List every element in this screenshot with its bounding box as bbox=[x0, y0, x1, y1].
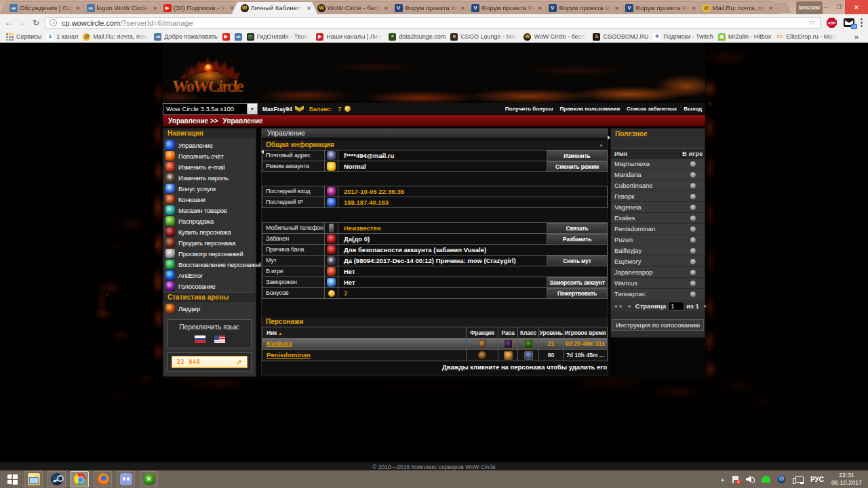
tab-close-icon[interactable]: ✕ bbox=[75, 5, 81, 12]
tab-close-icon[interactable]: ✕ bbox=[690, 5, 697, 12]
bookmarks-overflow-icon[interactable]: » bbox=[854, 33, 864, 41]
browser-tab-6[interactable]: VФорум проекта Wo✕ bbox=[387, 1, 470, 14]
nav-item-view-chars[interactable]: Просмотр персонажей bbox=[163, 248, 256, 259]
characters-section-header[interactable]: Персонажи bbox=[262, 317, 608, 327]
bookmark-item-11[interactable]: WWoW Circle - беспл bbox=[521, 32, 590, 41]
column-class[interactable]: Класс bbox=[518, 327, 539, 338]
phone-action-button[interactable]: Связать bbox=[547, 223, 607, 233]
useful-row[interactable]: Геворк bbox=[611, 191, 705, 202]
browser-tab-4[interactable]: WЛичный Кабинет: lo✕ bbox=[233, 1, 316, 14]
nav-item-stables[interactable]: Конюшни bbox=[163, 194, 256, 205]
taskbar-firefox-button[interactable] bbox=[94, 471, 112, 487]
character-row[interactable]: Kuskara210d 2h 48m 31s bbox=[262, 338, 608, 350]
useful-row[interactable]: Puzen bbox=[611, 235, 705, 245]
nav-item-bonus[interactable]: Бонус услуги bbox=[163, 183, 256, 194]
volume-icon[interactable] bbox=[746, 476, 755, 483]
mail-extension-icon[interactable]: off bbox=[844, 18, 854, 27]
useful-row[interactable]: Waricus bbox=[611, 278, 705, 289]
bookmark-item-13[interactable]: ❖Подписки - Twitch bbox=[651, 32, 715, 41]
tab-close-icon[interactable]: ✕ bbox=[614, 5, 620, 12]
frozen-action-button[interactable]: Заморозить аккаунт bbox=[547, 277, 607, 287]
tab-close-icon[interactable]: ✕ bbox=[306, 5, 313, 12]
visit-counter-banner[interactable]: 22 948 ↗ bbox=[172, 356, 248, 368]
nav-item-email[interactable]: Изменить e-mail bbox=[163, 161, 256, 172]
forward-button-icon[interactable]: → bbox=[16, 17, 28, 29]
browser-menu-icon[interactable] bbox=[861, 18, 863, 27]
ban-action-button[interactable]: Разбанить bbox=[547, 234, 607, 244]
column-online[interactable]: В игре bbox=[680, 149, 705, 158]
nav-item-ladder[interactable]: Ладдер bbox=[163, 303, 256, 314]
window-close-button[interactable]: ✕ bbox=[845, 0, 868, 14]
panel-collapse-handle[interactable] bbox=[261, 150, 264, 154]
window-minimize-button[interactable]: – bbox=[819, 0, 833, 14]
bookmark-item-6[interactable]: vk bbox=[233, 32, 244, 41]
bookmark-item-7[interactable]: ▤ГидОнлайн - Твой г bbox=[245, 32, 313, 41]
start-button[interactable] bbox=[0, 470, 24, 488]
nav-item-refill[interactable]: Пополнить счёт bbox=[163, 150, 256, 161]
bookmark-item-15[interactable]: EDEliteDrop.ru - Мага bbox=[774, 32, 840, 41]
nav-item-password[interactable]: Изменить пароль bbox=[163, 172, 256, 183]
browser-tab-1[interactable]: vkОбсуждения | Офи✕ bbox=[2, 1, 85, 14]
bookmark-item-1[interactable]: Сервисы bbox=[4, 32, 43, 41]
tab-close-icon[interactable]: ✕ bbox=[382, 5, 389, 12]
collapse-section-icon[interactable]: ▲ bbox=[599, 140, 604, 150]
browser-tab-5[interactable]: WWoW Circle - беспл✕ bbox=[310, 1, 393, 14]
nav-item-sale[interactable]: Распродажа bbox=[163, 216, 256, 226]
first-page-icon[interactable]: ◄◄ bbox=[613, 304, 623, 308]
useful-row[interactable]: Ещёмогу bbox=[611, 256, 705, 267]
rules-link[interactable]: Правила пользования bbox=[560, 106, 620, 112]
window-restore-button[interactable]: ❐ bbox=[833, 0, 845, 14]
useful-row[interactable]: Cubertinsane bbox=[611, 180, 705, 191]
nav-item-antierror[interactable]: AntiError bbox=[163, 270, 256, 281]
useful-row[interactable]: Mandaria bbox=[611, 169, 705, 180]
page-info-icon[interactable]: i bbox=[50, 19, 57, 26]
voting-instruction-button[interactable]: Инструкция по голосованию bbox=[612, 319, 704, 331]
green-cloud-icon[interactable] bbox=[762, 476, 770, 483]
page-number-input[interactable] bbox=[668, 302, 684, 310]
reload-button-icon[interactable]: ↻ bbox=[30, 17, 42, 29]
character-row[interactable]: Penisdominan807d 10h 45m ... bbox=[262, 350, 608, 361]
column-nick[interactable]: Ник ▲ bbox=[262, 327, 467, 338]
nav-item-shop[interactable]: Магазин товаров bbox=[163, 205, 256, 216]
taskbar-chrome-button[interactable] bbox=[71, 471, 89, 487]
prev-page-icon[interactable]: ◄ bbox=[627, 304, 631, 308]
breadcrumb-section[interactable]: Управление >> bbox=[168, 117, 218, 125]
useful-row[interactable]: Vageneia bbox=[611, 202, 705, 213]
taskbar-steam-button[interactable] bbox=[47, 471, 66, 487]
bookmark-item-5[interactable]: ▶ bbox=[220, 32, 232, 41]
russian-flag-icon[interactable] bbox=[195, 336, 205, 343]
coin-action-button[interactable]: Пожертвовать bbox=[547, 288, 607, 298]
character-link[interactable]: Kuskara bbox=[267, 340, 292, 347]
browser-tab-9[interactable]: VФорум проекта Wo✕ bbox=[618, 1, 701, 14]
nav-item-manage[interactable]: Управление bbox=[163, 140, 256, 150]
ban-list-link[interactable]: Список забаненых bbox=[627, 106, 677, 112]
useful-row[interactable]: Japanesspop bbox=[611, 267, 705, 278]
taskbar-clock[interactable]: 22:31 06.10.2017 bbox=[831, 472, 862, 487]
wowcircle-logo[interactable]: WoWCircle WoWCircle bbox=[167, 55, 254, 100]
mute-action-button[interactable]: Снять мут bbox=[547, 256, 607, 266]
column-race[interactable]: Раса bbox=[498, 327, 518, 338]
badge-action-button[interactable]: Изменить bbox=[547, 150, 607, 161]
tab-close-icon[interactable]: ✕ bbox=[536, 5, 543, 12]
action-center-flag-icon[interactable]: ✕ bbox=[732, 476, 739, 483]
display-settings-icon[interactable] bbox=[792, 476, 804, 483]
general-info-section-header[interactable]: Общая информация ▲ bbox=[262, 140, 608, 150]
nav-item-vote[interactable]: Голосование bbox=[163, 281, 256, 291]
logout-link[interactable]: Выход bbox=[684, 106, 702, 112]
browser-tab-10[interactable]: @Mail.Ru: почта, пои✕ bbox=[695, 1, 778, 14]
browser-tab-3[interactable]: ▶(38) Подписки - You✕ bbox=[156, 1, 239, 14]
bookmark-star-icon[interactable]: ☆ bbox=[808, 17, 816, 27]
server-select[interactable]: Wow Circle 3.3.5a x100 ▼ bbox=[163, 103, 258, 115]
browser-tab-2[interactable]: vklogon WoW Circle 3✕ bbox=[79, 1, 162, 14]
bookmark-item-8[interactable]: ▶Наши каналы | Личн bbox=[314, 32, 386, 41]
bookmark-item-2[interactable]: 11 канал bbox=[44, 32, 80, 41]
browser-tab-8[interactable]: VФорум проекта Wo✕ bbox=[541, 1, 624, 14]
bookmark-item-3[interactable]: @Mail.Ru: почта, поис bbox=[81, 32, 151, 41]
column-name[interactable]: Имя bbox=[611, 149, 680, 158]
bookmark-item-12[interactable]: SCSGOBOMJ.RU bbox=[591, 32, 650, 41]
next-page-icon[interactable]: ► bbox=[703, 304, 708, 308]
bookmark-item-14[interactable]: ▣MrZulin - Hitbox bbox=[716, 32, 774, 41]
panel-collapse-handle[interactable] bbox=[608, 136, 610, 140]
useful-row[interactable]: Мартылюха bbox=[611, 159, 705, 169]
column-faction[interactable]: Фракция bbox=[467, 327, 498, 338]
